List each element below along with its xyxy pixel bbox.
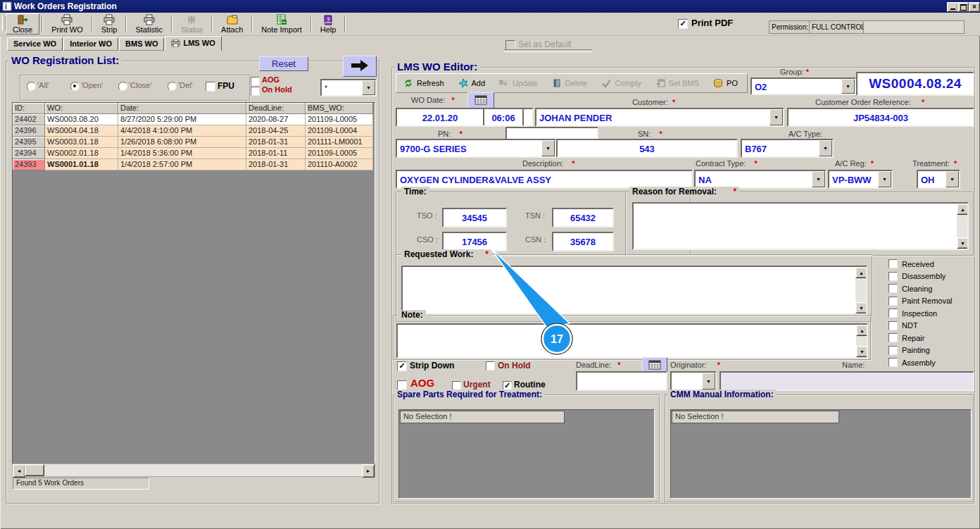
on-hold-checkbox[interactable] [486, 361, 495, 371]
toolbar-button-statistic[interactable]: Statistic [129, 13, 169, 35]
customer-order-ref-field[interactable]: JP54834-003 [787, 108, 974, 127]
toolbar-button-strip[interactable]: Strip [95, 13, 124, 35]
requested-work-textarea[interactable]: ▲ ▼ [401, 266, 867, 315]
editor-toolbar-refresh[interactable]: Refresh [399, 77, 448, 89]
process-check-repair[interactable]: Repair [888, 332, 953, 344]
column-header-bms-wo[interactable]: BMS_WO: [306, 103, 373, 114]
process-checkbox[interactable] [888, 297, 898, 306]
tab-service-wo[interactable]: Service WO [7, 37, 63, 51]
process-check-disassembly[interactable]: Disassembly [888, 270, 953, 283]
editor-toolbar-add[interactable]: Add [454, 77, 490, 89]
note-textarea[interactable]: ▲ ▼ [396, 323, 868, 359]
fpu-checkbox[interactable] [206, 82, 215, 92]
table-row[interactable]: 24396WS0004.04.184/4/2018 4:10:00 PM2018… [13, 125, 375, 137]
tab-bms-wo[interactable]: BMS WO [119, 37, 164, 51]
name-field[interactable] [720, 371, 974, 391]
wo-number-field[interactable]: WS0004.08.24 [856, 72, 974, 96]
dropdown-arrow-icon[interactable]: ▼ [362, 80, 375, 95]
tab-lms-wo[interactable]: LMS WO [165, 36, 221, 51]
column-header-wo[interactable]: WO: [45, 103, 118, 114]
requested-work-vscrollbar[interactable]: ▲ ▼ [855, 267, 866, 313]
dropdown-arrow-icon[interactable]: ▼ [541, 140, 555, 156]
table-row[interactable]: 24395WS0003.01.181/26/2018 6:08:00 PM201… [13, 137, 375, 148]
cmm-list[interactable]: No Selection ! [670, 409, 972, 499]
column-header-date[interactable]: Date: [118, 103, 246, 114]
close-window-button[interactable]: × [969, 2, 980, 12]
editor-toolbar-po[interactable]: PO [709, 77, 742, 89]
note-vscrollbar[interactable]: ▲ ▼ [856, 325, 867, 357]
process-check-paint-removal[interactable]: Paint Removal [888, 295, 953, 308]
dropdown-arrow-icon[interactable]: ▼ [946, 171, 959, 187]
filter-radio-close[interactable] [118, 82, 127, 91]
toolbar-button-help[interactable]: ?Help [314, 13, 343, 35]
hscroll-thumb[interactable] [25, 464, 44, 476]
tsn-field[interactable]: 65432 [552, 208, 614, 228]
dropdown-arrow-icon[interactable]: ▼ [841, 79, 855, 94]
process-checkbox[interactable] [888, 309, 898, 318]
cso-field[interactable]: 17456 [442, 232, 507, 251]
tso-field[interactable]: 34545 [442, 208, 507, 228]
process-checkbox[interactable] [888, 284, 898, 293]
wo-time-field[interactable]: 06:06 [484, 109, 524, 125]
filter-radio-del[interactable] [168, 82, 177, 91]
print-pdf-checkbox[interactable]: ✓ [678, 19, 688, 29]
process-checkbox[interactable] [888, 272, 898, 281]
customer-combobox[interactable]: JOHAN PENDER ▼ [535, 108, 784, 127]
on-hold-filter-checkbox[interactable] [251, 87, 260, 96]
process-checkbox[interactable] [888, 358, 898, 367]
process-checkbox[interactable] [888, 333, 898, 342]
strip-down-checkbox[interactable]: ✓ [397, 361, 407, 371]
ac-reg-combobox[interactable]: VP-BWW▼ [828, 170, 893, 189]
column-header-deadline[interactable]: DeadLine: [246, 103, 306, 114]
dropdown-arrow-icon[interactable]: ▼ [819, 140, 832, 156]
pn-combobox[interactable]: 9700-G SERIES▼ [396, 139, 556, 158]
toolbar-button-print-wo[interactable]: Print WO [45, 13, 89, 35]
process-check-cleaning[interactable]: Cleaning [888, 282, 953, 295]
table-row[interactable]: 24394WS0002.01.181/4/2018 5:36:00 PM2018… [13, 148, 375, 159]
process-checkbox[interactable] [888, 321, 898, 330]
wo-date-calendar-button[interactable] [467, 92, 494, 109]
reset-button[interactable]: Reset [259, 56, 308, 71]
originator-combobox[interactable]: ▼ [670, 371, 717, 391]
wo-search-combobox[interactable]: * ▼ [320, 79, 377, 97]
reason-vscrollbar[interactable]: ▲ ▼ [957, 204, 967, 249]
scroll-down-icon[interactable]: ▼ [957, 237, 969, 249]
filter-radio-open[interactable] [70, 82, 80, 91]
scroll-right-icon[interactable]: ► [362, 464, 375, 478]
scroll-down-icon[interactable]: ▼ [855, 302, 867, 313]
treatment-combobox[interactable]: OH▼ [917, 170, 960, 189]
aog-filter-checkbox[interactable] [251, 77, 260, 86]
process-check-inspection[interactable]: Inspection [888, 307, 953, 320]
dropdown-arrow-icon[interactable]: ▼ [769, 109, 783, 125]
dropdown-arrow-icon[interactable]: ▼ [812, 171, 825, 187]
minimize-button[interactable] [947, 2, 958, 12]
process-checkbox[interactable] [888, 259, 898, 268]
table-row[interactable]: 24402WS0003.08.208/27/2020 5:29:00 PM202… [13, 114, 375, 125]
csn-field[interactable]: 35678 [552, 232, 614, 251]
scroll-up-icon[interactable]: ▲ [856, 325, 868, 336]
toolbar-button-note-import[interactable]: Note Import [255, 13, 308, 35]
scroll-left-icon[interactable]: ◄ [13, 464, 25, 478]
column-header-id[interactable]: ID: [13, 103, 45, 114]
deadline-field[interactable] [576, 371, 667, 391]
reason-textarea[interactable]: ▲ ▼ [632, 202, 969, 250]
restore-button[interactable] [957, 2, 969, 12]
description-field[interactable]: OXYGEN CYLINDER&VALVE ASSY [396, 170, 693, 189]
wo-date-field[interactable]: 22.01.20 [397, 109, 484, 125]
toolbar-button-close[interactable]: Close [6, 13, 39, 35]
wo-table-hscrollbar[interactable]: ◄ ► [12, 463, 375, 477]
filter-radio-all[interactable] [27, 82, 36, 91]
process-checkbox[interactable] [888, 346, 898, 355]
next-arrow-button[interactable] [343, 56, 377, 77]
spare-parts-list[interactable]: No Selection ! [398, 409, 655, 499]
spare-parts-list-header[interactable]: No Selection ! [400, 411, 565, 423]
dropdown-arrow-icon[interactable]: ▼ [878, 171, 891, 187]
group-combobox[interactable]: O2 ▼ [750, 77, 856, 95]
dropdown-arrow-icon[interactable]: ▼ [702, 373, 715, 390]
tab-interior-wo[interactable]: Interior WO [63, 37, 118, 51]
table-row[interactable]: 24393WS0001.01.181/4/2018 2:57:00 PM2018… [13, 159, 375, 170]
process-check-painting[interactable]: Painting [888, 344, 953, 357]
cmm-list-header[interactable]: No Selection ! [672, 411, 839, 423]
scroll-up-icon[interactable]: ▲ [855, 267, 867, 278]
aog-checkbox[interactable] [397, 380, 407, 390]
